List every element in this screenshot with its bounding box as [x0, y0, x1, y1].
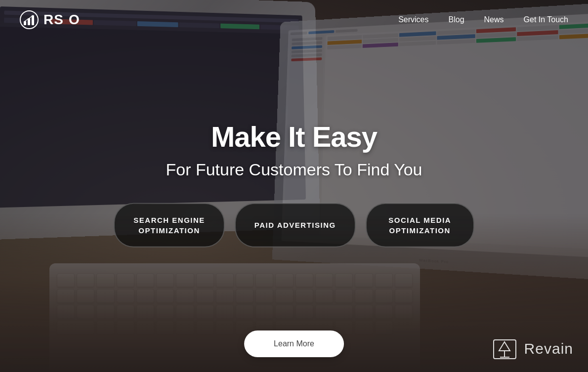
nav-link-get-in-touch[interactable]: Get In Touch: [524, 15, 568, 24]
learn-more-wrapper: Learn More: [244, 331, 344, 357]
svg-marker-5: [499, 342, 510, 351]
logo-text-o: O: [69, 12, 80, 28]
svg-rect-3: [32, 15, 34, 25]
svg-rect-1: [24, 21, 26, 25]
nav-link-news[interactable]: News: [484, 15, 504, 24]
pill-paid-ads[interactable]: PAID ADVERTISING: [235, 203, 356, 247]
nav-link-blog[interactable]: Blog: [449, 15, 464, 24]
logo-area: RSO: [20, 10, 80, 29]
hero-subtitle: For Future Customers To Find You: [72, 160, 516, 179]
service-pills-container: SEARCH ENGINEOPTIMIZATION PAID ADVERTISI…: [72, 203, 516, 247]
logo-text: RS: [43, 12, 64, 28]
navbar: RSO Services Blog News Get In Touch: [0, 0, 588, 40]
nav-links: Services Blog News Get In Touch: [398, 15, 568, 24]
rso-logo-icon: [20, 10, 39, 29]
pill-smo[interactable]: SOCIAL MEDIAOPTIMIZATION: [366, 203, 474, 247]
pill-seo-label: SEARCH ENGINEOPTIMIZATION: [133, 215, 205, 234]
revain-brand-text: Revain: [524, 340, 573, 357]
revain-watermark: Revain: [491, 335, 573, 362]
learn-more-button[interactable]: Learn More: [244, 331, 344, 357]
pill-seo[interactable]: SEARCH ENGINEOPTIMIZATION: [114, 203, 225, 247]
hero-content: Make It Easy For Future Customers To Fin…: [72, 120, 516, 247]
pill-smo-label: SOCIAL MEDIAOPTIMIZATION: [388, 215, 451, 234]
pill-paid-ads-label: PAID ADVERTISING: [254, 221, 336, 229]
nav-link-services[interactable]: Services: [398, 15, 428, 24]
revain-logo-icon: [491, 335, 518, 362]
hero-title: Make It Easy: [72, 120, 516, 153]
